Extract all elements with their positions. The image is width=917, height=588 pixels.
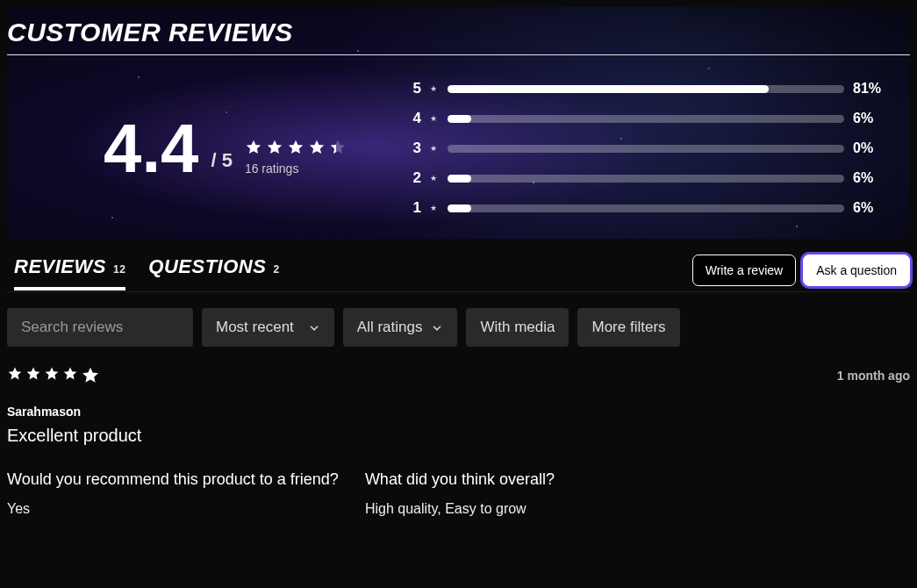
star-icon: ★ bbox=[430, 144, 437, 153]
dist-label: 1 bbox=[411, 199, 421, 217]
star-icon: ★ bbox=[430, 174, 437, 183]
review-qa-row: Would you recommend this product to a fr… bbox=[7, 470, 910, 517]
tab-questions-count: 2 bbox=[273, 263, 279, 276]
tab-reviews[interactable]: Reviews 12 bbox=[14, 255, 125, 290]
with-media-label: With media bbox=[480, 319, 555, 336]
dist-pct: 6% bbox=[853, 200, 888, 216]
search-input[interactable] bbox=[21, 319, 179, 336]
dist-label: 4 bbox=[411, 110, 421, 127]
rating-label: All ratings bbox=[357, 319, 423, 336]
qa-answer: High quality, Easy to grow bbox=[365, 501, 555, 517]
chevron-down-icon bbox=[308, 321, 320, 333]
with-media-filter[interactable]: With media bbox=[466, 308, 569, 347]
star-icon bbox=[287, 139, 304, 156]
qa-answer: Yes bbox=[7, 501, 339, 517]
more-filters-label: More filters bbox=[591, 319, 665, 336]
star-icon bbox=[308, 139, 326, 156]
dist-pct: 6% bbox=[853, 111, 888, 126]
review-date: 1 month ago bbox=[837, 369, 910, 383]
out-of-label: / 5 bbox=[211, 149, 232, 172]
qa-block: Would you recommend this product to a fr… bbox=[7, 470, 339, 517]
review-author: Sarahmason bbox=[7, 405, 910, 419]
more-filters-button[interactable]: More filters bbox=[577, 308, 679, 347]
tab-reviews-count: 12 bbox=[113, 263, 125, 276]
dist-bar bbox=[448, 175, 844, 183]
star-icon bbox=[7, 366, 23, 382]
dist-pct: 0% bbox=[853, 140, 888, 156]
write-review-button[interactable]: Write a review bbox=[692, 255, 796, 286]
sort-dropdown[interactable]: Most recent bbox=[202, 308, 334, 347]
rating-dropdown[interactable]: All ratings bbox=[343, 308, 458, 347]
qa-block: What did you think overall? High quality… bbox=[365, 470, 555, 517]
star-icon bbox=[44, 366, 60, 382]
tab-questions-label: Questions bbox=[148, 255, 266, 278]
score-block: 4.4 / 5 16 ratings bbox=[7, 114, 376, 183]
action-buttons: Write a review Ask a question bbox=[692, 255, 910, 291]
dist-bar-fill bbox=[448, 204, 471, 212]
summary-row: 4.4 / 5 16 ratings 5 ★ 81% 4 ★ 6% 3 ★ bbox=[7, 55, 910, 217]
qa-question: Would you recommend this product to a fr… bbox=[7, 470, 339, 489]
average-score: 4.4 bbox=[104, 114, 198, 183]
tab-bar: Reviews 12 Questions 2 Write a review As… bbox=[7, 255, 910, 292]
star-icon bbox=[25, 366, 41, 382]
average-stars bbox=[245, 139, 347, 156]
chevron-down-icon bbox=[431, 321, 443, 333]
dist-label: 5 bbox=[411, 80, 421, 97]
qa-question: What did you think overall? bbox=[365, 470, 555, 489]
dist-bar bbox=[448, 145, 844, 153]
star-icon bbox=[62, 366, 78, 382]
dist-pct: 81% bbox=[853, 81, 888, 97]
star-icon bbox=[81, 366, 100, 385]
review-header: 1 month ago bbox=[7, 366, 910, 385]
dist-row-1[interactable]: 1 ★ 6% bbox=[411, 199, 888, 217]
dist-bar-fill bbox=[448, 85, 769, 93]
star-icon: ★ bbox=[430, 204, 437, 212]
dist-bar-fill bbox=[448, 175, 471, 183]
stars-block: 16 ratings bbox=[245, 139, 347, 176]
filters-row: Most recent All ratings With media More … bbox=[7, 308, 910, 347]
rating-distribution: 5 ★ 81% 4 ★ 6% 3 ★ 0% 2 ★ 6% 1 bbox=[376, 80, 910, 217]
dist-bar bbox=[448, 204, 844, 212]
search-filter[interactable] bbox=[7, 308, 193, 347]
dist-label: 3 bbox=[411, 140, 421, 157]
tabs: Reviews 12 Questions 2 bbox=[7, 255, 280, 290]
dist-row-5[interactable]: 5 ★ 81% bbox=[411, 80, 888, 97]
ratings-count: 16 ratings bbox=[245, 161, 347, 176]
dist-row-2[interactable]: 2 ★ 6% bbox=[411, 169, 888, 187]
ask-question-button[interactable]: Ask a question bbox=[803, 255, 910, 286]
star-icon: ★ bbox=[430, 84, 437, 93]
tab-questions[interactable]: Questions 2 bbox=[148, 255, 279, 290]
dist-bar bbox=[448, 115, 844, 123]
summary-hero: Customer Reviews 4.4 / 5 16 ratings 5 ★ … bbox=[7, 7, 910, 239]
star-icon bbox=[245, 139, 262, 156]
review-item: 1 month ago Sarahmason Excellent product… bbox=[7, 366, 910, 517]
review-title: Excellent product bbox=[7, 426, 910, 446]
dist-label: 2 bbox=[411, 169, 421, 187]
dist-bar bbox=[448, 85, 844, 93]
section-title: Customer Reviews bbox=[7, 18, 910, 54]
dist-row-4[interactable]: 4 ★ 6% bbox=[411, 110, 888, 127]
star-icon bbox=[329, 139, 347, 156]
review-stars bbox=[7, 366, 100, 385]
sort-label: Most recent bbox=[216, 319, 294, 336]
tab-reviews-label: Reviews bbox=[14, 255, 106, 278]
dist-pct: 6% bbox=[853, 170, 888, 186]
dist-bar-fill bbox=[448, 115, 471, 123]
star-icon bbox=[266, 139, 283, 156]
dist-row-3[interactable]: 3 ★ 0% bbox=[411, 140, 888, 157]
star-icon: ★ bbox=[430, 114, 437, 123]
